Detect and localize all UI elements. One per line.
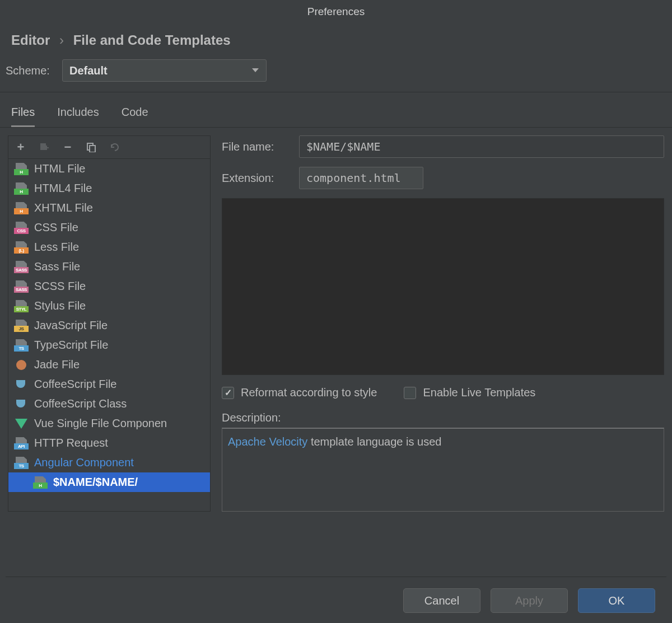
svg-rect-2 — [46, 146, 47, 150]
template-editor[interactable] — [222, 198, 664, 375]
template-item[interactable]: CoffeeScript File — [8, 374, 210, 394]
remove-icon[interactable]: − — [62, 142, 73, 153]
template-item-label: SCSS File — [34, 280, 86, 293]
template-item-label: JavaScript File — [34, 319, 108, 332]
template-item-label: Angular Component — [34, 456, 134, 469]
template-item[interactable]: TSAngular Component — [8, 453, 210, 472]
copy-icon[interactable] — [86, 142, 97, 153]
template-item-label: Stylus File — [34, 299, 86, 312]
scheme-select[interactable]: Default — [62, 59, 267, 82]
template-toolbar: + − — [8, 136, 210, 159]
template-item-label: HTML4 File — [34, 182, 92, 195]
add-icon[interactable]: + — [15, 142, 26, 153]
template-item[interactable]: Vue Single File Componen — [8, 414, 210, 433]
description-label: Description: — [222, 411, 664, 424]
template-item-label: Sass File — [34, 260, 80, 273]
footer-divider — [6, 577, 666, 577]
filename-input[interactable] — [299, 135, 664, 158]
tab-files[interactable]: Files — [11, 106, 35, 127]
description-box: Apache Velocity template language is use… — [222, 428, 664, 512]
description-text: template language is used — [307, 435, 441, 448]
checkbox-icon — [404, 387, 416, 399]
template-item[interactable]: STYLStylus File — [8, 296, 210, 316]
template-item[interactable]: {L}Less File — [8, 237, 210, 257]
tabs: Files Includes Code — [0, 92, 672, 128]
template-item[interactable]: CoffeeScript Class — [8, 394, 210, 414]
breadcrumb-item-editor[interactable]: Editor — [11, 32, 50, 48]
template-item-label: HTTP Request — [34, 437, 108, 449]
template-item-label: CoffeeScript Class — [34, 397, 127, 410]
template-item[interactable]: CSSCSS File — [8, 218, 210, 237]
checkbox-icon — [222, 387, 234, 399]
template-item[interactable]: HHTML File — [8, 159, 210, 179]
template-item-label: TypeScript File — [34, 339, 108, 352]
filename-label: File name: — [222, 140, 290, 153]
template-item[interactable]: TSTypeScript File — [8, 335, 210, 355]
extension-label: Extension: — [222, 172, 290, 185]
svg-rect-0 — [40, 143, 46, 150]
template-item[interactable]: HHTML4 File — [8, 179, 210, 198]
template-item[interactable]: SASSSCSS File — [8, 277, 210, 296]
template-item-label: Jade File — [34, 358, 80, 371]
ok-button[interactable]: OK — [578, 588, 655, 613]
reformat-label: Reformat according to style — [241, 386, 377, 399]
template-item[interactable]: H$NAME/$NAME/ — [8, 472, 210, 492]
breadcrumb-item-templates: File and Code Templates — [73, 32, 231, 48]
breadcrumb-separator: › — [59, 32, 64, 48]
template-item[interactable]: APIHTTP Request — [8, 433, 210, 453]
extension-input[interactable] — [299, 167, 423, 189]
chevron-down-icon — [251, 68, 259, 73]
cancel-button[interactable]: Cancel — [403, 588, 480, 613]
template-item[interactable]: SASSSass File — [8, 257, 210, 277]
template-item-label: Less File — [34, 241, 79, 254]
undo-icon[interactable] — [109, 142, 120, 153]
template-item-label: CoffeeScript File — [34, 378, 116, 391]
breadcrumb: Editor › File and Code Templates — [0, 26, 672, 59]
live-templates-checkbox[interactable]: Enable Live Templates — [404, 386, 535, 399]
svg-rect-4 — [90, 146, 95, 152]
template-list-pane: + − HHTML FileHHTML4 FileHXHTML FileCSSC… — [8, 135, 211, 512]
template-editor-pane: File name: Extension: Reformat according… — [222, 135, 664, 512]
window-title: Preferences — [0, 0, 672, 26]
template-item-label: $NAME/$NAME/ — [53, 476, 138, 489]
template-item[interactable]: JSJavaScript File — [8, 316, 210, 335]
template-list: HHTML FileHHTML4 FileHXHTML FileCSSCSS F… — [8, 159, 210, 492]
scheme-label: Scheme: — [6, 64, 50, 77]
template-item-label: XHTML File — [34, 202, 93, 214]
template-item-label: Vue Single File Componen — [34, 417, 167, 430]
apache-velocity-link[interactable]: Apache Velocity — [228, 435, 307, 448]
apply-button[interactable]: Apply — [491, 588, 568, 613]
footer-buttons: Cancel Apply OK — [403, 588, 655, 613]
tab-includes[interactable]: Includes — [57, 106, 99, 127]
template-item-label: CSS File — [34, 221, 78, 234]
template-item-label: HTML File — [34, 162, 85, 175]
scheme-value: Default — [69, 64, 108, 77]
template-item[interactable]: Jade File — [8, 355, 210, 374]
reformat-checkbox[interactable]: Reformat according to style — [222, 386, 377, 399]
tab-code[interactable]: Code — [122, 106, 148, 127]
live-templates-label: Enable Live Templates — [423, 386, 535, 399]
template-item[interactable]: HXHTML File — [8, 198, 210, 218]
add-child-icon[interactable] — [39, 142, 50, 153]
